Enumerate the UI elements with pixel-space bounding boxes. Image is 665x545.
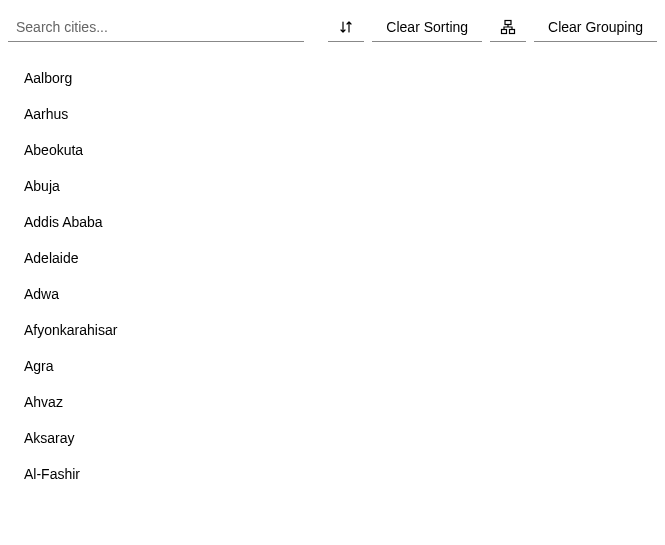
list-item[interactable]: Abeokuta bbox=[0, 132, 665, 168]
clear-grouping-button[interactable]: Clear Grouping bbox=[534, 12, 657, 42]
list-item[interactable]: Afyonkarahisar bbox=[0, 312, 665, 348]
group-icon bbox=[500, 19, 516, 35]
search-input[interactable] bbox=[8, 13, 304, 42]
list-item[interactable]: Ahvaz bbox=[0, 384, 665, 420]
sort-arrows-icon bbox=[338, 19, 354, 35]
list-item[interactable]: Al-Fashir bbox=[0, 456, 665, 492]
svg-rect-1 bbox=[502, 29, 507, 33]
group-button[interactable] bbox=[490, 12, 526, 42]
svg-rect-2 bbox=[510, 29, 515, 33]
clear-sorting-button[interactable]: Clear Sorting bbox=[372, 12, 482, 42]
list-item[interactable]: Aksaray bbox=[0, 420, 665, 456]
svg-rect-0 bbox=[505, 20, 511, 24]
list-item[interactable]: Adwa bbox=[0, 276, 665, 312]
list-item[interactable]: Adelaide bbox=[0, 240, 665, 276]
sort-button[interactable] bbox=[328, 12, 364, 42]
list-item[interactable]: Addis Ababa bbox=[0, 204, 665, 240]
toolbar: Clear Sorting Clear Grouping bbox=[0, 0, 665, 46]
list-item[interactable]: Aarhus bbox=[0, 96, 665, 132]
list-item[interactable]: Abuja bbox=[0, 168, 665, 204]
list-item[interactable]: Agra bbox=[0, 348, 665, 384]
city-list[interactable]: Aalborg Aarhus Abeokuta Abuja Addis Abab… bbox=[0, 46, 665, 545]
list-item[interactable]: Aalborg bbox=[0, 60, 665, 96]
